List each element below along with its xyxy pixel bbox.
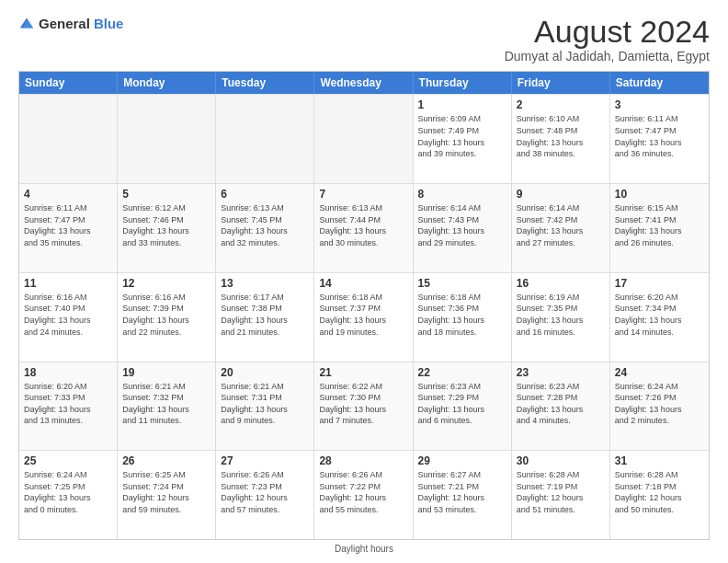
day-info: Sunrise: 6:22 AM Sunset: 7:30 PM Dayligh…: [319, 381, 407, 427]
cal-cell: 6Sunrise: 6:13 AM Sunset: 7:45 PM Daylig…: [216, 184, 314, 272]
day-number: 3: [615, 98, 704, 111]
calendar-body: 1Sunrise: 6:09 AM Sunset: 7:49 PM Daylig…: [19, 94, 709, 539]
cal-row-2: 11Sunrise: 6:16 AM Sunset: 7:40 PM Dayli…: [19, 272, 709, 362]
day-info: Sunrise: 6:24 AM Sunset: 7:26 PM Dayligh…: [615, 381, 704, 427]
day-number: 30: [517, 454, 605, 467]
cal-header-thursday: Thursday: [414, 72, 512, 94]
day-number: 24: [615, 366, 704, 379]
cal-cell: 12Sunrise: 6:16 AM Sunset: 7:39 PM Dayli…: [118, 273, 216, 362]
cal-cell: 26Sunrise: 6:25 AM Sunset: 7:24 PM Dayli…: [118, 451, 216, 539]
cal-cell: 4Sunrise: 6:11 AM Sunset: 7:47 PM Daylig…: [19, 184, 118, 272]
cal-row-1: 4Sunrise: 6:11 AM Sunset: 7:47 PM Daylig…: [19, 183, 709, 272]
cal-cell: 19Sunrise: 6:21 AM Sunset: 7:32 PM Dayli…: [118, 362, 216, 451]
day-info: Sunrise: 6:25 AM Sunset: 7:24 PM Dayligh…: [122, 469, 210, 515]
logo-blue: Blue: [94, 16, 124, 31]
day-info: Sunrise: 6:26 AM Sunset: 7:23 PM Dayligh…: [221, 469, 309, 515]
day-info: Sunrise: 6:28 AM Sunset: 7:19 PM Dayligh…: [517, 469, 605, 515]
cal-row-0: 1Sunrise: 6:09 AM Sunset: 7:49 PM Daylig…: [19, 94, 709, 183]
cal-cell: [118, 95, 216, 183]
day-info: Sunrise: 6:09 AM Sunset: 7:49 PM Dayligh…: [418, 113, 506, 159]
page: GeneralBlue August 2024 Dumyat al Jadida…: [0, 0, 728, 563]
cal-cell: 10Sunrise: 6:15 AM Sunset: 7:41 PM Dayli…: [610, 184, 709, 272]
day-info: Sunrise: 6:13 AM Sunset: 7:45 PM Dayligh…: [221, 202, 309, 248]
day-number: 16: [517, 277, 605, 290]
cal-cell: 8Sunrise: 6:14 AM Sunset: 7:43 PM Daylig…: [414, 184, 512, 272]
day-number: 19: [122, 366, 210, 379]
cal-row-3: 18Sunrise: 6:20 AM Sunset: 7:33 PM Dayli…: [19, 362, 709, 451]
calendar-header: SundayMondayTuesdayWednesdayThursdayFrid…: [19, 72, 709, 94]
day-number: 12: [122, 277, 210, 290]
day-info: Sunrise: 6:11 AM Sunset: 7:47 PM Dayligh…: [615, 113, 704, 159]
day-number: 10: [615, 188, 704, 201]
cal-cell: 16Sunrise: 6:19 AM Sunset: 7:35 PM Dayli…: [512, 273, 610, 362]
day-number: 26: [122, 454, 210, 467]
day-info: Sunrise: 6:12 AM Sunset: 7:46 PM Dayligh…: [122, 202, 210, 248]
cal-cell: 11Sunrise: 6:16 AM Sunset: 7:40 PM Dayli…: [19, 273, 118, 362]
day-info: Sunrise: 6:10 AM Sunset: 7:48 PM Dayligh…: [517, 113, 605, 159]
cal-cell: 24Sunrise: 6:24 AM Sunset: 7:26 PM Dayli…: [610, 362, 709, 451]
day-info: Sunrise: 6:18 AM Sunset: 7:37 PM Dayligh…: [319, 292, 407, 338]
cal-cell: 28Sunrise: 6:26 AM Sunset: 7:22 PM Dayli…: [314, 451, 413, 539]
cal-cell: 15Sunrise: 6:18 AM Sunset: 7:36 PM Dayli…: [414, 273, 512, 362]
day-info: Sunrise: 6:24 AM Sunset: 7:25 PM Dayligh…: [24, 469, 112, 515]
day-number: 5: [122, 188, 210, 201]
title-main: August 2024: [505, 15, 710, 49]
cal-cell: 17Sunrise: 6:20 AM Sunset: 7:34 PM Dayli…: [610, 273, 709, 362]
day-info: Sunrise: 6:20 AM Sunset: 7:33 PM Dayligh…: [24, 381, 112, 427]
day-info: Sunrise: 6:16 AM Sunset: 7:39 PM Dayligh…: [122, 292, 210, 338]
cal-cell: 31Sunrise: 6:28 AM Sunset: 7:18 PM Dayli…: [610, 451, 709, 539]
day-number: 17: [615, 277, 704, 290]
day-number: 2: [517, 98, 605, 111]
day-number: 28: [319, 454, 407, 467]
cal-cell: 2Sunrise: 6:10 AM Sunset: 7:48 PM Daylig…: [512, 95, 610, 183]
logo: GeneralBlue: [18, 15, 123, 31]
day-number: 25: [24, 454, 112, 467]
cal-cell: 13Sunrise: 6:17 AM Sunset: 7:38 PM Dayli…: [216, 273, 314, 362]
day-number: 9: [517, 188, 605, 201]
cal-cell: 18Sunrise: 6:20 AM Sunset: 7:33 PM Dayli…: [19, 362, 118, 451]
day-number: 15: [418, 277, 506, 290]
cal-cell: 21Sunrise: 6:22 AM Sunset: 7:30 PM Dayli…: [314, 362, 413, 451]
cal-cell: [314, 95, 413, 183]
day-info: Sunrise: 6:14 AM Sunset: 7:42 PM Dayligh…: [517, 202, 605, 248]
day-number: 8: [418, 188, 506, 201]
day-info: Sunrise: 6:18 AM Sunset: 7:36 PM Dayligh…: [418, 292, 506, 338]
day-info: Sunrise: 6:27 AM Sunset: 7:21 PM Dayligh…: [418, 469, 506, 515]
cal-cell: [19, 95, 118, 183]
title-sub: Dumyat al Jadidah, Damietta, Egypt: [505, 49, 710, 63]
footer-note: Daylight hours: [18, 544, 710, 554]
logo-general: General: [39, 16, 90, 31]
cal-cell: 14Sunrise: 6:18 AM Sunset: 7:37 PM Dayli…: [314, 273, 413, 362]
cal-cell: 29Sunrise: 6:27 AM Sunset: 7:21 PM Dayli…: [414, 451, 512, 539]
cal-cell: 22Sunrise: 6:23 AM Sunset: 7:29 PM Dayli…: [414, 362, 512, 451]
cal-cell: 7Sunrise: 6:13 AM Sunset: 7:44 PM Daylig…: [314, 184, 413, 272]
day-number: 13: [221, 277, 309, 290]
cal-cell: 3Sunrise: 6:11 AM Sunset: 7:47 PM Daylig…: [610, 95, 709, 183]
day-info: Sunrise: 6:28 AM Sunset: 7:18 PM Dayligh…: [615, 469, 704, 515]
day-info: Sunrise: 6:11 AM Sunset: 7:47 PM Dayligh…: [24, 202, 112, 248]
logo-icon: [18, 15, 35, 31]
day-info: Sunrise: 6:16 AM Sunset: 7:40 PM Dayligh…: [24, 292, 112, 338]
cal-cell: [216, 95, 314, 183]
day-info: Sunrise: 6:15 AM Sunset: 7:41 PM Dayligh…: [615, 202, 704, 248]
day-number: 4: [24, 188, 112, 201]
title-block: August 2024 Dumyat al Jadidah, Damietta,…: [505, 15, 710, 63]
day-number: 27: [221, 454, 309, 467]
calendar: SundayMondayTuesdayWednesdayThursdayFrid…: [18, 71, 710, 540]
day-info: Sunrise: 6:23 AM Sunset: 7:29 PM Dayligh…: [418, 381, 506, 427]
cal-header-friday: Friday: [512, 72, 610, 94]
day-info: Sunrise: 6:13 AM Sunset: 7:44 PM Dayligh…: [319, 202, 407, 248]
day-info: Sunrise: 6:21 AM Sunset: 7:31 PM Dayligh…: [221, 381, 309, 427]
cal-cell: 20Sunrise: 6:21 AM Sunset: 7:31 PM Dayli…: [216, 362, 314, 451]
day-info: Sunrise: 6:19 AM Sunset: 7:35 PM Dayligh…: [517, 292, 605, 338]
cal-cell: 25Sunrise: 6:24 AM Sunset: 7:25 PM Dayli…: [19, 451, 118, 539]
header: GeneralBlue August 2024 Dumyat al Jadida…: [18, 15, 710, 63]
day-info: Sunrise: 6:23 AM Sunset: 7:28 PM Dayligh…: [517, 381, 605, 427]
cal-cell: 1Sunrise: 6:09 AM Sunset: 7:49 PM Daylig…: [414, 95, 512, 183]
day-number: 14: [319, 277, 407, 290]
day-info: Sunrise: 6:17 AM Sunset: 7:38 PM Dayligh…: [221, 292, 309, 338]
day-number: 11: [24, 277, 112, 290]
day-number: 23: [517, 366, 605, 379]
cal-header-monday: Monday: [118, 72, 216, 94]
day-number: 29: [418, 454, 506, 467]
